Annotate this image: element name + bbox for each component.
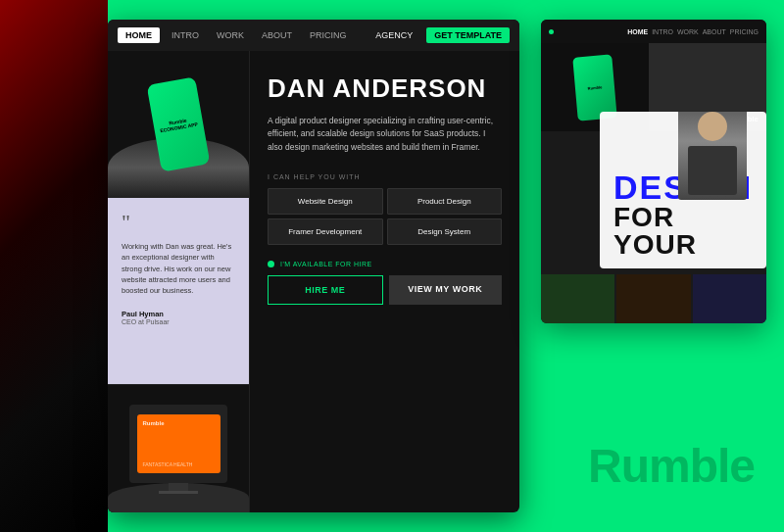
second-nav-items: HOME INTRO WORK ABOUT PRICING bbox=[627, 28, 759, 35]
second-nav-home[interactable]: HOME bbox=[627, 28, 648, 35]
monitor-stand bbox=[169, 483, 188, 491]
testimonial-text: Working with Dan was great. He's an exce… bbox=[122, 241, 235, 296]
service-website-design[interactable]: Website Design bbox=[268, 188, 383, 215]
strip-item-1 bbox=[541, 274, 614, 323]
for-your-text: FOR YOUR bbox=[613, 204, 753, 259]
cta-row: HIRE ME VIEW MY WORK bbox=[268, 275, 502, 305]
design-card: DESIGN FOR YOUR bbox=[600, 112, 766, 268]
left-panel bbox=[0, 0, 108, 532]
author-title: CEO at Pulsaar bbox=[122, 318, 235, 325]
second-phone-text: Rumble bbox=[587, 84, 602, 90]
services-grid: Website Design Product Design Framer Dev… bbox=[268, 188, 502, 245]
monitor-card: Rumble FANTASTICA HEALTH bbox=[108, 385, 249, 512]
phone-screen: Rumble ECONOMIC APP bbox=[147, 76, 211, 171]
second-nav-intro[interactable]: INTRO bbox=[652, 28, 673, 35]
monitor-brand: Rumble bbox=[143, 420, 165, 426]
hire-me-button[interactable]: HIRE ME bbox=[268, 275, 383, 305]
available-dot bbox=[268, 261, 274, 267]
phone-card: Rumble ECONOMIC APP bbox=[108, 51, 249, 198]
nav-intro[interactable]: INTRO bbox=[166, 27, 205, 43]
person-photo bbox=[678, 112, 747, 200]
testimonial-author: Paul Hyman CEO at Pulsaar bbox=[122, 310, 235, 325]
monitor-base bbox=[159, 491, 198, 494]
second-content: Rumble Rumble DESIGN FOR YOUR bbox=[541, 43, 766, 323]
person-head bbox=[698, 112, 727, 141]
second-nav-pricing[interactable]: PRICING bbox=[730, 28, 759, 35]
quote-mark: " bbox=[122, 212, 235, 233]
view-work-button[interactable]: VIEW MY WORK bbox=[389, 275, 503, 305]
second-bottom-strip bbox=[541, 274, 766, 323]
right-column: DAN ANDERSON A digital product designer … bbox=[250, 51, 519, 512]
service-product-design[interactable]: Product Design bbox=[387, 188, 503, 215]
content-area: Rumble ECONOMIC APP " Working with Dan w… bbox=[108, 51, 519, 512]
second-logo-dot bbox=[549, 29, 554, 34]
strip-item-2 bbox=[616, 274, 690, 323]
monitor-screen: Rumble FANTASTICA HEALTH bbox=[137, 414, 220, 473]
available-text: I'M AVAILABLE FOR HIRE bbox=[280, 261, 372, 267]
nav-work[interactable]: WORK bbox=[211, 27, 250, 43]
hero-description: A digital product designer specializing … bbox=[268, 115, 502, 155]
main-window: HOME INTRO WORK ABOUT PRICING AGENCY GET… bbox=[108, 20, 519, 512]
nav-about[interactable]: ABOUT bbox=[256, 27, 298, 43]
person-body bbox=[688, 146, 737, 195]
brand-name: Rumble bbox=[588, 439, 755, 493]
nav-template-button[interactable]: GET TEMPLATE bbox=[426, 27, 510, 43]
nav-pricing[interactable]: PRICING bbox=[304, 27, 353, 43]
monitor-mockup: Rumble FANTASTICA HEALTH bbox=[129, 405, 227, 483]
phone-brand-text: Rumble ECONOMIC APP bbox=[159, 115, 198, 133]
nav-bar: HOME INTRO WORK ABOUT PRICING AGENCY GET… bbox=[108, 20, 519, 51]
second-nav-about[interactable]: ABOUT bbox=[703, 28, 726, 35]
phone-mockup: Rumble ECONOMIC APP bbox=[139, 66, 218, 183]
available-row: I'M AVAILABLE FOR HIRE bbox=[268, 261, 502, 267]
second-nav-work[interactable]: WORK bbox=[677, 28, 699, 35]
nav-home-button[interactable]: HOME bbox=[118, 27, 160, 43]
author-name: Paul Hyman bbox=[122, 310, 235, 318]
testimonial-card: " Working with Dan was great. He's an ex… bbox=[108, 198, 249, 385]
brand-section: Rumble bbox=[588, 439, 755, 493]
service-design-system[interactable]: Design System bbox=[387, 218, 503, 245]
left-column: Rumble ECONOMIC APP " Working with Dan w… bbox=[108, 51, 250, 512]
monitor-sub: FANTASTICA HEALTH bbox=[143, 461, 193, 467]
services-label: I CAN HELP YOU WITH bbox=[268, 173, 502, 180]
monitor-wrapper: Rumble FANTASTICA HEALTH bbox=[129, 405, 227, 494]
second-phone: Rumble bbox=[572, 54, 617, 121]
hero-name: DAN ANDERSON bbox=[268, 74, 502, 103]
second-window: HOME INTRO WORK ABOUT PRICING Rumble Rum… bbox=[541, 20, 766, 323]
nav-agency[interactable]: AGENCY bbox=[368, 27, 420, 43]
strip-item-3 bbox=[693, 274, 766, 323]
service-framer-dev[interactable]: Framer Development bbox=[268, 218, 383, 245]
second-nav: HOME INTRO WORK ABOUT PRICING bbox=[541, 20, 766, 43]
